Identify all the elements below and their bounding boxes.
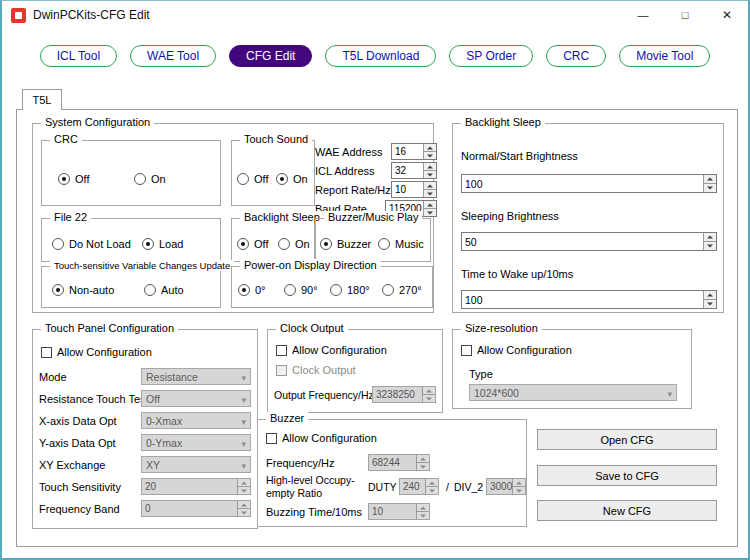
- radio-label: 90°: [301, 284, 318, 296]
- maximize-button[interactable]: □: [664, 1, 706, 29]
- tool-button-wae-tool[interactable]: WAE Tool: [130, 45, 216, 67]
- frequency-band-label: Frequency Band: [39, 503, 120, 515]
- buzzer-allow-configuration-checkbox[interactable]: Allow Configuration: [266, 432, 377, 444]
- direction-90-radio[interactable]: 90°: [284, 284, 318, 296]
- spinner-down-button[interactable]: [424, 208, 436, 216]
- open-cfg-button[interactable]: Open CFG: [537, 429, 717, 450]
- spinner-down-button: [423, 394, 435, 402]
- spinner-down-button: [417, 511, 429, 519]
- radio-icon: [378, 238, 390, 250]
- touch-sound-on-radio[interactable]: On: [276, 173, 308, 185]
- checkbox-icon: [266, 433, 277, 444]
- non-auto-radio[interactable]: Non-auto: [52, 284, 114, 296]
- icl-address-spinner[interactable]: 32: [391, 162, 437, 179]
- radio-label: 270°: [399, 284, 422, 296]
- window-title: DwinPCKits-CFG Edit: [33, 8, 150, 22]
- normal-brightness-spinner[interactable]: 100: [461, 174, 717, 193]
- spinner-up-button[interactable]: [704, 291, 716, 299]
- auto-radio[interactable]: Auto: [144, 284, 184, 296]
- spinner-up-button[interactable]: [704, 233, 716, 241]
- spinner-down-button[interactable]: [424, 189, 436, 197]
- chevron-down-icon: [667, 387, 672, 399]
- size-allow-configuration-checkbox[interactable]: Allow Configuration: [461, 344, 572, 356]
- spinner-down-button[interactable]: [424, 170, 436, 178]
- spinner-up-button: [417, 504, 429, 511]
- div2-label: DIV_2: [454, 481, 483, 493]
- crc-off-radio[interactable]: Off: [58, 173, 89, 185]
- radio-label: Non-auto: [69, 284, 114, 296]
- mode-dropdown: Resistance: [141, 368, 251, 385]
- dropdown-value: XY: [146, 459, 160, 471]
- direction-180-radio[interactable]: 180°: [330, 284, 370, 296]
- buzzer-radio[interactable]: Buzzer: [320, 238, 371, 250]
- direction-0-radio[interactable]: 0°: [238, 284, 266, 296]
- spinner-up-button[interactable]: [424, 144, 436, 151]
- touch-sound-off-radio[interactable]: Off: [237, 173, 268, 185]
- spinner-up-button[interactable]: [704, 175, 716, 183]
- file22-do-not-load-radio[interactable]: Do Not Load: [52, 238, 131, 250]
- spinner-down-button[interactable]: [704, 299, 716, 308]
- file22-load-radio[interactable]: Load: [142, 238, 183, 250]
- wake-time-label: Time to Wake up/10ms: [461, 268, 573, 280]
- radio-icon: [58, 173, 70, 185]
- report-rate-spinner[interactable]: 10: [391, 181, 437, 198]
- tool-button-movie-tool[interactable]: Movie Tool: [619, 45, 710, 67]
- chevron-down-icon: [241, 393, 246, 405]
- group-title: Backlight Sleep: [461, 116, 545, 128]
- duty-spinner: 240: [399, 478, 439, 495]
- radio-icon: [238, 284, 250, 296]
- tool-button-icl-tool[interactable]: ICL Tool: [40, 45, 117, 67]
- spinner-down-button[interactable]: [704, 183, 716, 192]
- new-cfg-button[interactable]: New CFG: [537, 500, 717, 521]
- app-logo-icon: [11, 8, 26, 23]
- spinner-arrows: [703, 175, 716, 192]
- tool-button-crc[interactable]: CRC: [546, 45, 606, 67]
- dropdown-value: 0-Ymax: [146, 437, 182, 449]
- radio-icon: [330, 284, 342, 296]
- spinner-value: 68244: [369, 455, 416, 470]
- spinner-arrows: [237, 479, 250, 494]
- close-button[interactable]: ✕: [706, 1, 748, 29]
- wae-address-spinner[interactable]: 16: [391, 143, 437, 160]
- tab-t5l[interactable]: T5L: [22, 89, 62, 110]
- clock-allow-configuration-checkbox[interactable]: Allow Configuration: [276, 344, 387, 356]
- touch-sensitivity-label: Touch Sensitivity: [39, 481, 121, 493]
- radio-icon: [320, 238, 332, 250]
- crc-on-radio[interactable]: On: [134, 173, 166, 185]
- tool-button-t5l-download[interactable]: T5L Download: [325, 45, 436, 67]
- window-controls: — □ ✕: [622, 1, 748, 29]
- spinner-down-button[interactable]: [424, 151, 436, 159]
- sleeping-brightness-spinner[interactable]: 50: [461, 232, 717, 251]
- backlight-on-radio[interactable]: On: [278, 238, 310, 250]
- tool-button-cfg-edit[interactable]: CFG Edit: [229, 45, 312, 67]
- spinner-down-button: [513, 486, 525, 494]
- div2-spinner: 3000: [486, 478, 526, 495]
- save-to-cfg-button[interactable]: Save to CFG: [537, 465, 717, 486]
- spinner-up-button[interactable]: [424, 163, 436, 170]
- spinner-arrows: [512, 479, 525, 494]
- group-title: System Configuration: [41, 116, 154, 128]
- normal-brightness-label: Normal/Start Brightness: [461, 150, 578, 162]
- minimize-button[interactable]: —: [622, 1, 664, 29]
- dropdown-value: Resistance: [146, 371, 198, 383]
- checkbox-label: Allow Configuration: [477, 344, 572, 356]
- group-title: Touch Panel Configuration: [41, 322, 178, 334]
- music-radio[interactable]: Music: [378, 238, 424, 250]
- wake-time-spinner[interactable]: 100: [461, 290, 717, 309]
- backlight-off-radio[interactable]: Off: [237, 238, 268, 250]
- direction-270-radio[interactable]: 270°: [382, 284, 422, 296]
- spinner-arrows: [703, 291, 716, 308]
- touch-panel-allow-configuration-checkbox[interactable]: Allow Configuration: [41, 346, 152, 358]
- tool-button-sp-order[interactable]: SP Order: [449, 45, 533, 67]
- spinner-up-button[interactable]: [424, 182, 436, 189]
- checkbox-label: Allow Configuration: [57, 346, 152, 358]
- radio-label: Load: [159, 238, 183, 250]
- radio-label: On: [293, 173, 308, 185]
- spinner-down-button[interactable]: [704, 241, 716, 250]
- spinner-up-button[interactable]: [424, 201, 436, 208]
- checkbox-label: Allow Configuration: [282, 432, 377, 444]
- spinner-value: 10: [369, 504, 416, 519]
- radio-icon: [144, 284, 156, 296]
- xy-exchange-dropdown: XY: [141, 456, 251, 473]
- spinner-value: 3000: [487, 479, 512, 494]
